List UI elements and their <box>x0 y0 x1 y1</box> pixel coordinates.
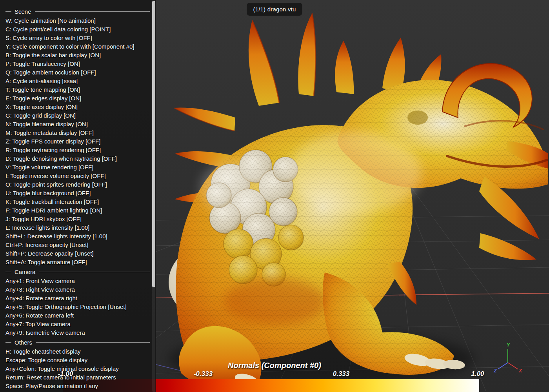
cheatsheet-item: Return: Reset camera to initial paramete… <box>5 373 150 382</box>
cheatsheet-item: D: Toggle denoising when raytracing [OFF… <box>5 154 150 163</box>
cheatsheet-item: W: Cycle animation [No animation] <box>5 16 150 25</box>
cheatsheet-item: Space: Play/Pause animation if any <box>5 382 150 390</box>
header-rule <box>39 272 150 272</box>
cheatsheet-item: Ctrl+P: Increase opacity [Unset] <box>5 241 150 249</box>
cheatsheet-scrollbar[interactable] <box>152 0 155 392</box>
cheatsheet-item: Any+Colon: Toggle minimal console displa… <box>5 365 150 373</box>
cheatsheet-section-title: Others <box>15 339 32 346</box>
axes-widget[interactable]: Y X Z <box>488 340 527 379</box>
cheatsheet-section-title: Camera <box>15 269 35 275</box>
cheatsheet-item: C: Cycle point/cell data coloring [POINT… <box>5 25 150 34</box>
cheatsheet-item: Shift+P: Decrease opacity [Unset] <box>5 249 150 258</box>
filename-badge: (1/1) dragon.vtu <box>247 3 302 16</box>
cheatsheet-item: I: Toggle inverse volume opacity [OFF] <box>5 172 150 180</box>
axis-z-line <box>498 363 508 369</box>
cheatsheet-item: Any+1: Front View camera <box>5 277 150 285</box>
cheatsheet-item: E: Toggle edges display [ON] <box>5 94 150 103</box>
cheatsheet-content: SceneW: Cycle animation [No animation]C:… <box>0 0 156 390</box>
cheatsheet-item: M: Toggle metadata display [OFF] <box>5 129 150 137</box>
cheatsheet-item: O: Toggle point sprites rendering [OFF] <box>5 180 150 189</box>
cheatsheet-section-header: Scene <box>5 7 150 16</box>
header-rule <box>35 11 150 12</box>
cheatsheet-item: P: Toggle Translucency [ON] <box>5 60 150 68</box>
cheatsheet-item: Z: Toggle FPS counter display [OFF] <box>5 137 150 146</box>
cheatsheet-item: F: Toggle HDRI ambient lighting [ON] <box>5 206 150 215</box>
axis-y-label: Y <box>507 342 510 348</box>
axis-z-label: Z <box>493 368 497 374</box>
cheatsheet-item: U: Toggle blur background [OFF] <box>5 189 150 198</box>
header-dash <box>5 342 11 343</box>
cheatsheet-item: X: Toggle axes display [ON] <box>5 103 150 111</box>
cheatsheet-item: S: Cycle array to color with [OFF] <box>5 34 150 42</box>
cheatsheet-item: L: Increase lights intensity [1.00] <box>5 223 150 232</box>
cheatsheet-section-header: Camera <box>5 267 150 276</box>
cheatsheet-item: H: Toggle cheatsheet display <box>5 347 150 356</box>
header-rule <box>36 342 150 343</box>
scrollbar-thumb[interactable] <box>152 1 155 287</box>
cheatsheet-item: Any+7: Top View camera <box>5 320 150 328</box>
cheatsheet-item: T: Toggle tone mapping [ON] <box>5 85 150 94</box>
cheatsheet-item: A: Cycle anti-aliasing [ssaa] <box>5 77 150 85</box>
cheatsheet-item: Q: Toggle ambient occlusion [OFF] <box>5 68 150 77</box>
cheatsheet-panel: SceneW: Cycle animation [No animation]C:… <box>0 0 156 392</box>
cheatsheet-item: Y: Cycle component to color with [Compon… <box>5 42 150 51</box>
cheatsheet-item: J: Toggle HDRI skybox [OFF] <box>5 215 150 223</box>
axis-x-label: X <box>518 368 522 374</box>
cheatsheet-item: Any+4: Rotate camera right <box>5 294 150 303</box>
cheatsheet-item: V: Toggle volume rendering [OFF] <box>5 163 150 172</box>
header-dash <box>5 11 11 12</box>
cheatsheet-item: Any+5: Toggle Orthographic Projection [U… <box>5 303 150 311</box>
cheatsheet-section-title: Scene <box>15 8 31 15</box>
cheatsheet-item: G: Toggle grid display [ON] <box>5 111 150 120</box>
cheatsheet-item: N: Toggle filename display [ON] <box>5 120 150 129</box>
axis-x-line <box>508 363 518 369</box>
cheatsheet-item: R: Toggle raytracing rendering [OFF] <box>5 146 150 154</box>
cheatsheet-item: Any+3: Right View camera <box>5 285 150 294</box>
cheatsheet-item: Shift+L: Decrease lights intensity [1.00… <box>5 232 150 241</box>
header-dash <box>5 272 11 272</box>
cheatsheet-section-header: Others <box>5 338 150 347</box>
f3d-window: SceneW: Cycle animation [No animation]C:… <box>0 0 549 392</box>
cheatsheet-item: K: Toggle trackball interaction [OFF] <box>5 198 150 206</box>
cheatsheet-item: B: Toggle the scalar bar display [ON] <box>5 51 150 60</box>
cheatsheet-item: Escape: Toggle console display <box>5 356 150 365</box>
cheatsheet-item: Any+6: Rotate camera left <box>5 311 150 320</box>
cheatsheet-item: Any+9: Isometric View camera <box>5 328 150 337</box>
cheatsheet-item: Shift+A: Toggle armature [OFF] <box>5 258 150 267</box>
